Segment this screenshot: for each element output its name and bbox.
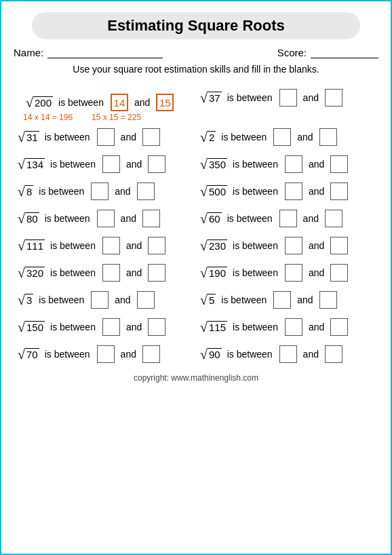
left-box1-9[interactable]	[97, 345, 115, 363]
right-problem-1: √2 is between and	[196, 123, 378, 151]
left-box2-2[interactable]	[148, 155, 165, 173]
right-box2-5[interactable]	[330, 237, 348, 254]
left-problem-4: √80 is between and	[14, 205, 196, 232]
left-box2-4[interactable]	[142, 210, 160, 227]
right-box1-2[interactable]	[285, 155, 302, 173]
left-box1-8[interactable]	[102, 318, 120, 336]
right-problem-8: √115 is between and	[196, 313, 378, 341]
left-box2-8[interactable]	[148, 318, 165, 336]
right-box2-2[interactable]	[330, 155, 348, 173]
right-radical-0: √37	[200, 91, 222, 104]
right-box1-3[interactable]	[285, 183, 302, 200]
left-box1-2[interactable]	[102, 155, 120, 173]
page-title: Estimating Square Roots	[32, 12, 360, 39]
right-problem-3: √500 is between and	[196, 178, 378, 205]
right-box2-0[interactable]	[325, 89, 342, 107]
left-problem-5: √111 is between and	[14, 232, 196, 259]
example-answer2: 15	[156, 94, 174, 111]
score-label: Score:	[277, 47, 307, 58]
right-box2-6[interactable]	[330, 264, 348, 282]
right-and-0: and	[303, 92, 319, 103]
left-box1-1[interactable]	[97, 128, 115, 146]
right-problem-9: √90 is between and	[196, 341, 378, 368]
left-problem-2: √134 is between and	[14, 151, 196, 178]
right-box1-9[interactable]	[279, 345, 297, 363]
right-problem-7: √5 is between and	[196, 286, 378, 313]
copyright: copyright: www.mathinenglish.com	[14, 373, 378, 383]
left-box2-6[interactable]	[148, 264, 165, 282]
right-box2-1[interactable]	[319, 128, 337, 146]
hint2: 15 x 15 = 225	[92, 113, 141, 122]
hint1: 14 x 14 = 196	[23, 113, 73, 122]
right-problem-4: √60 is between and	[196, 205, 378, 232]
instructions: Use your square root estimation skills a…	[14, 64, 378, 75]
right-box1-7[interactable]	[273, 291, 291, 309]
right-box1-4[interactable]	[279, 210, 297, 227]
right-problem-6: √190 is between and	[196, 259, 378, 286]
right-is-between-0: is between	[227, 92, 273, 103]
problems-grid: √31 is between and √2 is between and √13…	[14, 123, 378, 368]
left-problem-1: √31 is between and	[14, 123, 196, 151]
example-radical: √200	[26, 96, 53, 109]
example-answer1: 14	[111, 94, 128, 111]
left-box1-7[interactable]	[91, 291, 109, 309]
left-box2-9[interactable]	[142, 345, 160, 363]
right-box2-4[interactable]	[325, 210, 342, 227]
left-box2-7[interactable]	[137, 291, 155, 309]
left-box1-4[interactable]	[97, 210, 115, 227]
left-problem-7: √3 is between and	[14, 286, 196, 313]
example-and: and	[134, 97, 150, 108]
name-underline	[47, 46, 163, 58]
left-problem-6: √320 is between and	[14, 259, 196, 286]
left-problem-8: √150 is between and	[14, 313, 196, 341]
score-underline	[311, 46, 378, 58]
right-box1-5[interactable]	[285, 237, 302, 254]
right-box1-0[interactable]	[279, 89, 297, 107]
left-box1-5[interactable]	[102, 237, 120, 254]
right-box2-9[interactable]	[325, 345, 342, 363]
right-problem-5: √230 is between and	[196, 232, 378, 259]
left-box2-3[interactable]	[137, 183, 155, 200]
right-box2-3[interactable]	[330, 183, 348, 200]
name-score-row: Name: Score:	[14, 46, 378, 58]
left-problem-3: √8 is between and	[14, 178, 196, 205]
left-box2-5[interactable]	[148, 237, 165, 254]
left-box1-6[interactable]	[102, 264, 120, 282]
left-box2-1[interactable]	[142, 128, 160, 146]
example-is-between: is between	[58, 97, 104, 108]
right-box1-8[interactable]	[285, 318, 302, 336]
left-problem-9: √70 is between and	[14, 341, 196, 368]
right-box1-1[interactable]	[273, 128, 291, 146]
name-label: Name:	[14, 47, 43, 58]
right-box1-6[interactable]	[285, 264, 302, 282]
right-box2-7[interactable]	[319, 291, 337, 309]
right-box2-8[interactable]	[330, 318, 348, 336]
right-problem-2: √350 is between and	[196, 151, 378, 178]
left-box1-3[interactable]	[91, 183, 109, 200]
